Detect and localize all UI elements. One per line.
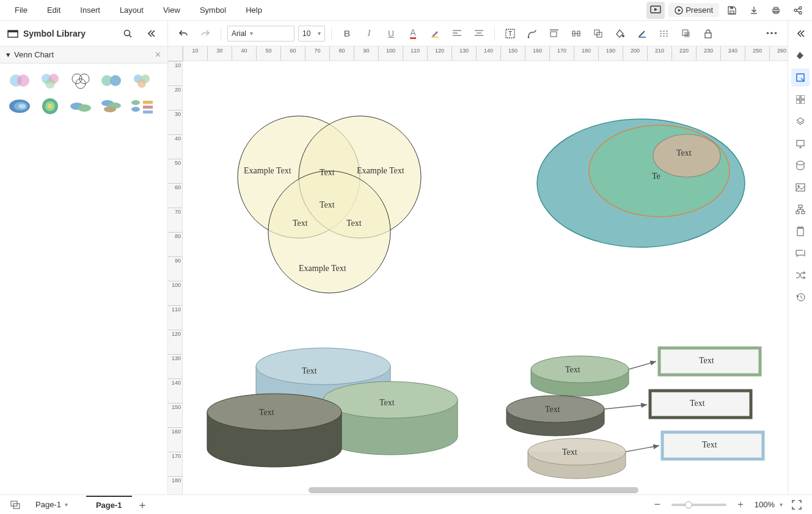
disc-label-1[interactable]: Text [565, 365, 580, 375]
shape-cylinders-3[interactable] [98, 95, 125, 117]
menu-help[interactable]: Help [236, 2, 272, 18]
box-label-1[interactable]: Text [699, 356, 714, 366]
page-panel-icon[interactable] [791, 68, 810, 87]
menu-symbol[interactable]: Symbol [190, 2, 236, 18]
grid-panel-icon[interactable] [791, 90, 810, 109]
hierarchy-panel-icon[interactable] [791, 200, 810, 219]
clipboard-panel-icon[interactable] [791, 222, 810, 241]
comment-panel-icon[interactable] [791, 244, 810, 262]
cyl-label-b[interactable]: Text [379, 398, 395, 408]
bold-button[interactable]: B [338, 25, 356, 42]
present-panel-icon[interactable] [791, 134, 810, 153]
collapse-panel-icon[interactable] [142, 25, 160, 42]
shape-flow-boxes[interactable] [128, 95, 155, 117]
menu-file[interactable]: File [5, 2, 37, 18]
nested-label-inner[interactable]: Text [676, 148, 692, 158]
disc-label-3[interactable]: Text [562, 447, 577, 457]
zoom-in-button[interactable]: ＋ [731, 496, 750, 513]
venn-label-b[interactable]: Example Text [299, 264, 346, 273]
underline-button[interactable]: U [382, 25, 400, 42]
menu-layout[interactable]: Layout [110, 2, 153, 18]
page-tab-1[interactable]: Page-1 [86, 496, 132, 513]
shape-nested-green[interactable] [37, 95, 64, 117]
disc-label-2[interactable]: Text [545, 405, 560, 414]
font-select[interactable]: Arial ▾ [227, 26, 294, 42]
menu-view[interactable]: View [153, 2, 190, 18]
zoom-out-button[interactable]: − [648, 496, 667, 513]
shape-venn-3-outline[interactable] [67, 70, 94, 92]
undo-button[interactable] [174, 25, 192, 42]
pages-list-icon[interactable] [6, 496, 24, 513]
shuffle-panel-icon[interactable] [791, 266, 810, 284]
canvas-page[interactable]: Example Text Example Text Example Text T… [183, 61, 788, 494]
fill-button[interactable] [611, 25, 629, 42]
image-panel-icon[interactable] [791, 178, 810, 197]
menu-insert[interactable]: Insert [70, 2, 110, 18]
save-icon[interactable] [723, 2, 741, 19]
align-shapes-button[interactable] [545, 25, 563, 42]
zoom-slider[interactable] [671, 504, 726, 506]
close-section-icon[interactable]: ✕ [155, 50, 161, 59]
print-icon[interactable] [767, 2, 785, 19]
line-style-button[interactable] [655, 25, 673, 42]
data-panel-icon[interactable] [791, 156, 810, 175]
font-size-select[interactable]: 10 ▾ [298, 26, 325, 42]
page-selector[interactable]: Page-1 ▾ [31, 499, 73, 510]
layers-panel-icon[interactable] [791, 112, 810, 131]
lock-button[interactable] [699, 25, 717, 42]
svg-point-7 [794, 9, 797, 12]
present-button[interactable]: Present [668, 3, 719, 17]
venn-label-left-int[interactable]: Text [293, 219, 308, 228]
shape-venn-2[interactable] [6, 70, 33, 92]
shape-two-circles[interactable] [98, 70, 125, 92]
ruler-vertical[interactable]: 1020304050607080901001101201301401501601… [168, 61, 183, 494]
history-panel-icon[interactable] [791, 288, 810, 306]
ruler-horizontal[interactable]: 1030405060708090100110120130140150160170… [183, 46, 788, 61]
slideshow-icon[interactable] [646, 2, 665, 19]
search-icon[interactable] [119, 25, 137, 42]
present-label: Present [686, 5, 713, 15]
shape-three-circles[interactable] [128, 70, 155, 92]
cyl-label-a[interactable]: Text [302, 366, 317, 376]
distribute-button[interactable] [567, 25, 585, 42]
venn-chart-section[interactable]: ▾ Venn Chart ✕ [0, 46, 167, 63]
share-icon[interactable] [789, 2, 807, 19]
fullscreen-button[interactable] [788, 496, 806, 513]
cyl-label-c[interactable]: Text [259, 408, 274, 418]
nested-ellipses[interactable] [531, 110, 751, 256]
venn-label-tr[interactable]: Example Text [357, 166, 404, 176]
font-color-button[interactable]: A [404, 25, 422, 42]
add-page-button[interactable]: ＋ [134, 497, 150, 513]
expand-panel-icon[interactable] [791, 24, 810, 43]
redo-button[interactable] [196, 25, 214, 42]
shape-nested-ellipses[interactable] [6, 95, 33, 117]
group-button[interactable] [589, 25, 607, 42]
canvas-scroll[interactable]: Example Text Example Text Example Text T… [183, 61, 788, 494]
fill-panel-icon[interactable] [791, 46, 810, 65]
download-icon[interactable] [745, 2, 763, 19]
venn-label-tl[interactable]: Example Text [244, 166, 291, 176]
shape-venn-3-color[interactable] [37, 70, 64, 92]
italic-button[interactable]: I [360, 25, 378, 42]
menu-edit[interactable]: Edit [37, 2, 70, 18]
line-color-button[interactable] [633, 25, 651, 42]
box-label-2[interactable]: Text [690, 399, 705, 408]
disc-flow[interactable] [500, 336, 769, 494]
scrollbar-horizontal[interactable] [309, 487, 638, 493]
shape-cylinders-2[interactable] [67, 95, 94, 117]
venn-label-center[interactable]: Text [320, 200, 335, 210]
chevron-down-icon[interactable]: ▾ [780, 501, 783, 508]
connector-button[interactable] [523, 25, 541, 42]
highlight-button[interactable] [426, 25, 444, 42]
align-h-button[interactable] [448, 25, 466, 42]
box-label-3[interactable]: Text [702, 440, 717, 450]
nested-label-mid[interactable]: Te [652, 172, 660, 181]
align-v-button[interactable] [470, 25, 488, 42]
text-box-button[interactable]: T [501, 25, 519, 42]
cylinders-three[interactable] [201, 330, 470, 476]
shadow-button[interactable] [677, 25, 695, 42]
venn-label-top-int[interactable]: Text [320, 168, 335, 178]
venn-label-right-int[interactable]: Text [346, 219, 362, 228]
svg-rect-85 [802, 211, 805, 214]
more-button[interactable]: ••• [763, 25, 781, 42]
